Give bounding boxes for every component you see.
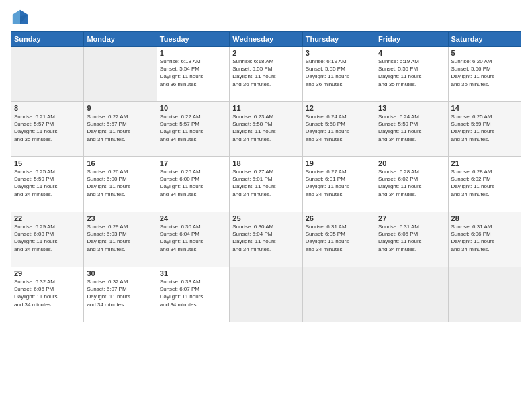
day-cell: 13Sunrise: 6:24 AM Sunset: 5:59 PM Dayli… [375, 102, 448, 157]
svg-marker-1 [13, 10, 20, 24]
day-number: 3 [306, 49, 372, 57]
calendar-table: SundayMondayTuesdayWednesdayThursdayFrid… [11, 31, 521, 322]
day-cell: 30Sunrise: 6:32 AM Sunset: 6:07 PM Dayli… [84, 267, 157, 322]
day-cell [375, 267, 448, 322]
day-cell [230, 267, 302, 322]
logo-icon [11, 8, 30, 27]
day-cell: 31Sunrise: 6:33 AM Sunset: 6:07 PM Dayli… [157, 267, 229, 322]
day-cell: 11Sunrise: 6:23 AM Sunset: 5:58 PM Dayli… [230, 102, 302, 157]
day-cell: 23Sunrise: 6:29 AM Sunset: 6:03 PM Dayli… [84, 212, 157, 267]
week-row-3: 15Sunrise: 6:25 AM Sunset: 5:59 PM Dayli… [11, 157, 521, 212]
day-cell: 9Sunrise: 6:22 AM Sunset: 5:57 PM Daylig… [84, 102, 157, 157]
day-number: 17 [160, 159, 226, 167]
day-number: 10 [160, 104, 226, 112]
day-info: Sunrise: 6:19 AM Sunset: 5:55 PM Dayligh… [306, 58, 372, 88]
day-info: Sunrise: 6:27 AM Sunset: 6:01 PM Dayligh… [232, 168, 299, 198]
day-cell [11, 47, 84, 102]
day-info: Sunrise: 6:32 AM Sunset: 6:06 PM Dayligh… [14, 278, 81, 308]
day-number: 14 [451, 104, 518, 112]
day-cell [448, 267, 521, 322]
day-cell: 28Sunrise: 6:31 AM Sunset: 6:06 PM Dayli… [448, 212, 521, 267]
header-cell-tuesday: Tuesday [157, 32, 229, 47]
day-info: Sunrise: 6:33 AM Sunset: 6:07 PM Dayligh… [160, 278, 226, 308]
day-cell: 22Sunrise: 6:29 AM Sunset: 6:03 PM Dayli… [11, 212, 84, 267]
day-cell [84, 47, 157, 102]
day-cell: 12Sunrise: 6:24 AM Sunset: 5:58 PM Dayli… [302, 102, 375, 157]
day-number: 15 [14, 159, 81, 167]
day-number: 8 [14, 104, 81, 112]
day-info: Sunrise: 6:31 AM Sunset: 6:06 PM Dayligh… [451, 223, 518, 253]
day-cell: 8Sunrise: 6:21 AM Sunset: 5:57 PM Daylig… [11, 102, 84, 157]
day-number: 19 [306, 159, 372, 167]
day-cell: 20Sunrise: 6:28 AM Sunset: 6:02 PM Dayli… [375, 157, 448, 212]
day-cell: 3Sunrise: 6:19 AM Sunset: 5:55 PM Daylig… [302, 47, 375, 102]
day-number: 2 [232, 49, 299, 57]
day-cell: 10Sunrise: 6:22 AM Sunset: 5:57 PM Dayli… [157, 102, 229, 157]
day-cell: 15Sunrise: 6:25 AM Sunset: 5:59 PM Dayli… [11, 157, 84, 212]
logo [11, 8, 32, 27]
day-cell: 5Sunrise: 6:20 AM Sunset: 5:56 PM Daylig… [448, 47, 521, 102]
day-number: 27 [378, 214, 445, 222]
day-number: 30 [87, 269, 153, 277]
day-cell: 17Sunrise: 6:26 AM Sunset: 6:00 PM Dayli… [157, 157, 229, 212]
day-number: 25 [232, 214, 299, 222]
day-info: Sunrise: 6:25 AM Sunset: 5:59 PM Dayligh… [14, 168, 81, 198]
day-number: 9 [87, 104, 153, 112]
day-number: 29 [14, 269, 81, 277]
day-info: Sunrise: 6:21 AM Sunset: 5:57 PM Dayligh… [14, 113, 81, 143]
day-info: Sunrise: 6:25 AM Sunset: 5:59 PM Dayligh… [451, 113, 518, 143]
day-number: 21 [451, 159, 518, 167]
day-cell: 2Sunrise: 6:18 AM Sunset: 5:55 PM Daylig… [230, 47, 302, 102]
day-cell [302, 267, 375, 322]
day-number: 5 [451, 49, 518, 57]
day-info: Sunrise: 6:32 AM Sunset: 6:07 PM Dayligh… [87, 278, 153, 308]
day-info: Sunrise: 6:28 AM Sunset: 6:02 PM Dayligh… [451, 168, 518, 198]
page: SundayMondayTuesdayWednesdayThursdayFrid… [0, 0, 532, 411]
day-info: Sunrise: 6:24 AM Sunset: 5:58 PM Dayligh… [306, 113, 372, 143]
week-row-1: 1Sunrise: 6:18 AM Sunset: 5:54 PM Daylig… [11, 47, 521, 102]
day-cell: 25Sunrise: 6:30 AM Sunset: 6:04 PM Dayli… [230, 212, 302, 267]
day-info: Sunrise: 6:18 AM Sunset: 5:54 PM Dayligh… [160, 58, 226, 88]
day-info: Sunrise: 6:26 AM Sunset: 6:00 PM Dayligh… [87, 168, 153, 198]
day-cell: 24Sunrise: 6:30 AM Sunset: 6:04 PM Dayli… [157, 212, 229, 267]
day-cell: 14Sunrise: 6:25 AM Sunset: 5:59 PM Dayli… [448, 102, 521, 157]
day-number: 31 [160, 269, 226, 277]
day-number: 26 [306, 214, 372, 222]
day-number: 24 [160, 214, 226, 222]
day-cell: 18Sunrise: 6:27 AM Sunset: 6:01 PM Dayli… [230, 157, 302, 212]
day-info: Sunrise: 6:28 AM Sunset: 6:02 PM Dayligh… [378, 168, 445, 198]
day-info: Sunrise: 6:31 AM Sunset: 6:05 PM Dayligh… [378, 223, 445, 253]
day-info: Sunrise: 6:22 AM Sunset: 5:57 PM Dayligh… [160, 113, 226, 143]
day-number: 4 [378, 49, 445, 57]
day-number: 1 [160, 49, 226, 57]
day-info: Sunrise: 6:23 AM Sunset: 5:58 PM Dayligh… [232, 113, 299, 143]
day-number: 28 [451, 214, 518, 222]
header-cell-wednesday: Wednesday [230, 32, 302, 47]
day-cell: 27Sunrise: 6:31 AM Sunset: 6:05 PM Dayli… [375, 212, 448, 267]
day-cell: 29Sunrise: 6:32 AM Sunset: 6:06 PM Dayli… [11, 267, 84, 322]
day-cell: 26Sunrise: 6:31 AM Sunset: 6:05 PM Dayli… [302, 212, 375, 267]
week-row-4: 22Sunrise: 6:29 AM Sunset: 6:03 PM Dayli… [11, 212, 521, 267]
day-number: 18 [232, 159, 299, 167]
header-cell-saturday: Saturday [448, 32, 521, 47]
header-cell-friday: Friday [375, 32, 448, 47]
day-info: Sunrise: 6:30 AM Sunset: 6:04 PM Dayligh… [232, 223, 299, 253]
day-info: Sunrise: 6:26 AM Sunset: 6:00 PM Dayligh… [160, 168, 226, 198]
day-cell: 19Sunrise: 6:27 AM Sunset: 6:01 PM Dayli… [302, 157, 375, 212]
day-cell: 21Sunrise: 6:28 AM Sunset: 6:02 PM Dayli… [448, 157, 521, 212]
day-number: 20 [378, 159, 445, 167]
day-info: Sunrise: 6:22 AM Sunset: 5:57 PM Dayligh… [87, 113, 153, 143]
day-info: Sunrise: 6:20 AM Sunset: 5:56 PM Dayligh… [451, 58, 518, 88]
header-cell-thursday: Thursday [302, 32, 375, 47]
day-info: Sunrise: 6:29 AM Sunset: 6:03 PM Dayligh… [14, 223, 81, 253]
day-number: 16 [87, 159, 153, 167]
day-cell: 4Sunrise: 6:19 AM Sunset: 5:55 PM Daylig… [375, 47, 448, 102]
header-cell-monday: Monday [84, 32, 157, 47]
day-number: 13 [378, 104, 445, 112]
day-info: Sunrise: 6:19 AM Sunset: 5:55 PM Dayligh… [378, 58, 445, 88]
day-info: Sunrise: 6:18 AM Sunset: 5:55 PM Dayligh… [232, 58, 299, 88]
day-number: 12 [306, 104, 372, 112]
day-cell: 16Sunrise: 6:26 AM Sunset: 6:00 PM Dayli… [84, 157, 157, 212]
day-number: 23 [87, 214, 153, 222]
header-cell-sunday: Sunday [11, 32, 84, 47]
